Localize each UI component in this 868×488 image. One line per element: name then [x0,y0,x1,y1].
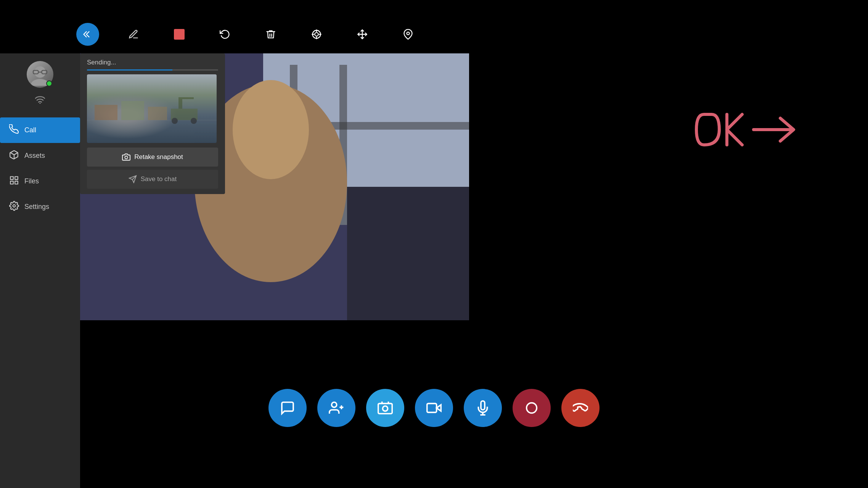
send-icon [129,175,137,183]
bottom-controls [268,389,600,427]
save-to-chat-button[interactable]: Save to chat [87,170,218,189]
progress-bar [87,69,218,71]
target-button[interactable] [305,23,328,46]
sidebar-item-files-label: Files [24,177,39,185]
sidebar-nav: Call Assets Files [0,117,80,220]
mute-button[interactable] [464,389,502,427]
sending-status: Sending... [80,53,225,66]
end-call-button[interactable] [561,389,600,427]
svg-rect-33 [121,101,144,120]
sidebar-item-files[interactable]: Files [0,169,80,194]
svg-rect-18 [15,181,18,184]
svg-rect-17 [15,177,18,180]
snapshot-image [87,74,217,143]
svg-point-38 [172,118,178,124]
svg-rect-16 [10,177,13,180]
save-to-chat-label: Save to chat [141,175,177,183]
user-avatar-wrap [27,61,53,88]
video-button[interactable] [415,389,453,427]
sidebar-item-call-label: Call [24,126,36,134]
delete-button[interactable] [259,23,282,46]
svg-rect-46 [378,403,392,414]
settings-icon [9,201,19,213]
retake-label: Retake snapshot [134,153,183,161]
sending-label: Sending... [87,59,116,66]
add-user-button[interactable] [317,389,355,427]
svg-point-1 [315,32,318,36]
svg-point-27 [233,80,309,179]
snapshot-icon [378,400,393,416]
sidebar-item-assets[interactable]: Assets [0,143,80,169]
toolbar [76,23,420,46]
ok-annotation-svg [693,107,807,168]
svg-point-14 [39,103,41,104]
cursor-tool-button[interactable] [76,23,99,46]
microphone-icon [475,400,490,416]
svg-rect-37 [182,97,194,99]
svg-point-20 [13,205,16,207]
progress-fill [87,69,172,71]
svg-point-54 [527,403,537,413]
sidebar-item-call[interactable]: Call [0,117,80,143]
end-call-icon [573,400,588,416]
sidebar-item-settings[interactable]: Settings [0,194,80,220]
annotation [693,107,807,169]
svg-rect-32 [95,105,117,120]
call-icon [9,124,19,136]
assets-icon [9,150,19,162]
svg-rect-28 [347,187,469,320]
camera-icon [122,153,130,161]
online-status-indicator [46,80,52,87]
svg-point-8 [407,32,410,35]
svg-rect-19 [10,181,13,184]
retake-snapshot-button[interactable]: Retake snapshot [87,148,218,167]
wifi-icon [35,95,45,106]
svg-rect-51 [427,403,437,412]
move-button[interactable] [351,23,374,46]
chat-icon [280,400,295,416]
svg-point-47 [383,406,387,411]
pen-tool-button[interactable] [122,23,145,46]
snapshot-overlay [87,74,217,143]
sidebar-item-assets-label: Assets [24,152,45,160]
pin-button[interactable] [397,23,420,46]
files-icon [9,175,19,187]
svg-rect-36 [178,97,182,109]
sidebar: Call Assets Files [0,53,80,488]
svg-point-43 [332,402,337,407]
svg-rect-34 [148,107,167,120]
record-button[interactable] [513,389,551,427]
stop-tool-button[interactable] [168,23,191,46]
sidebar-item-settings-label: Settings [24,203,49,211]
svg-point-40 [125,156,128,159]
snapshot-panel: Sending... Retake s [80,53,225,194]
snapshot-button[interactable] [366,389,404,427]
add-user-icon [329,400,344,416]
record-icon [524,400,539,416]
video-icon [426,400,442,416]
progress-bar-wrap [80,66,225,74]
chat-button[interactable] [268,389,307,427]
svg-point-39 [191,118,197,124]
undo-button[interactable] [214,23,236,46]
